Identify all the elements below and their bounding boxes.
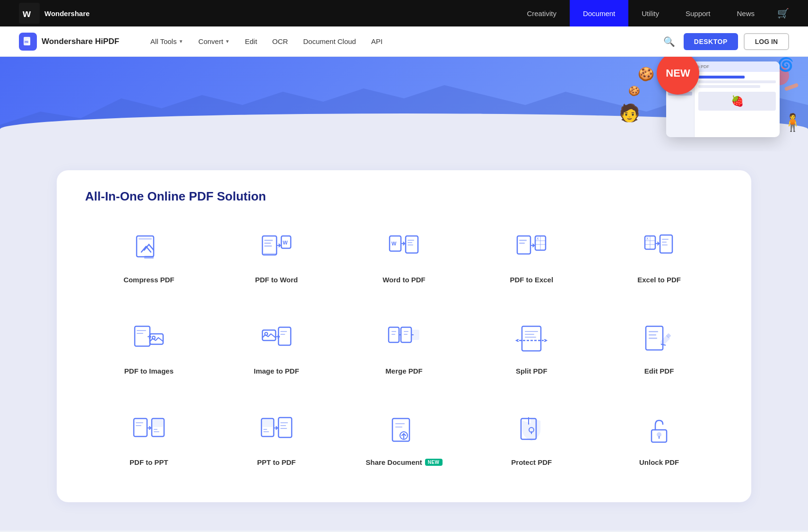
protect-pdf-icon <box>513 413 550 451</box>
tool-item-merge-pdf[interactable]: Merge PDF <box>340 314 468 383</box>
cookie-icon: 🍪 <box>638 66 654 82</box>
top-nav-items: Creativity Document Utility Support News <box>513 0 768 26</box>
svg-rect-35 <box>662 239 669 240</box>
tool-label-edit-pdf: Edit PDF <box>644 367 674 375</box>
tool-item-pdf-to-excel[interactable]: X PDF to Excel <box>468 223 595 291</box>
svg-rect-78 <box>280 425 286 426</box>
svg-rect-40 <box>137 333 143 334</box>
app-main-area: 🍓 <box>695 72 780 137</box>
decorative-shape-1 <box>784 83 799 91</box>
tool-label-merge-pdf: Merge PDF <box>385 367 422 375</box>
hipdf-logo-icon: Hi <box>19 33 37 51</box>
top-nav-document[interactable]: Document <box>570 0 628 26</box>
svg-rect-77 <box>280 422 288 423</box>
compress-icon <box>130 230 168 268</box>
svg-rect-69 <box>153 419 163 427</box>
svg-rect-81 <box>395 423 405 424</box>
tool-item-image-to-pdf[interactable]: Image to PDF <box>213 314 340 383</box>
svg-rect-46 <box>280 331 287 332</box>
sec-nav-actions: 🔍 DESKTOP LOG IN <box>660 33 789 50</box>
tool-item-excel-to-pdf[interactable]: X Excel to PDF <box>595 223 723 291</box>
svg-text:W: W <box>283 240 288 245</box>
main-content-area: All-In-One Online PDF Solution Compress … <box>0 151 808 531</box>
svg-rect-38 <box>135 326 150 346</box>
tool-item-compress[interactable]: Compress PDF <box>85 223 213 291</box>
svg-text:X: X <box>646 237 649 240</box>
hipdf-brand[interactable]: Hi Wondershare HiPDF <box>19 33 119 51</box>
svg-rect-63 <box>649 338 657 339</box>
tool-label-pdf-to-images: PDF to Images <box>124 367 174 375</box>
svg-rect-52 <box>404 331 408 332</box>
svg-rect-55 <box>522 326 541 351</box>
merge-pdf-icon <box>385 322 423 359</box>
nav-ocr[interactable]: OCR <box>266 34 295 49</box>
tool-item-pdf-to-images[interactable]: PDF to Images <box>85 314 213 383</box>
app-main-bar-2 <box>698 80 776 83</box>
top-navigation: w Wondershare Creativity Document Utilit… <box>0 0 808 26</box>
tool-item-edit-pdf[interactable]: Edit PDF <box>595 314 723 383</box>
tools-card: All-In-One Online PDF Solution Compress … <box>57 170 751 502</box>
cart-icon[interactable]: 🛒 <box>777 8 789 19</box>
svg-rect-57 <box>525 334 534 335</box>
brand-logo[interactable]: w Wondershare <box>19 3 90 24</box>
ppt-to-pdf-icon <box>258 413 295 451</box>
svg-text:w: w <box>22 8 31 19</box>
svg-rect-62 <box>649 334 656 336</box>
search-icon[interactable]: 🔍 <box>660 33 678 50</box>
svg-rect-22 <box>519 240 527 241</box>
nav-edit[interactable]: Edit <box>238 34 264 49</box>
nav-all-tools[interactable]: All Tools ▼ <box>144 34 190 49</box>
split-pdf-icon <box>513 322 550 359</box>
tool-item-unlock-pdf[interactable]: Unlock PDF <box>595 405 723 474</box>
all-tools-chevron-icon: ▼ <box>179 39 183 44</box>
svg-rect-14 <box>263 253 277 254</box>
top-nav-news[interactable]: News <box>723 0 768 26</box>
share-doc-icon <box>385 413 423 451</box>
tool-item-share-doc[interactable]: Share DocumentNEW <box>340 405 468 474</box>
pdf-to-excel-icon: X <box>513 230 550 268</box>
pdf-to-images-icon <box>130 322 168 359</box>
tools-grid: Compress PDF W PDF to Word W Word to PDF <box>85 223 723 474</box>
section-title: All-In-One Online PDF Solution <box>85 189 723 204</box>
tool-label-protect-pdf: Protect PDF <box>511 458 552 466</box>
top-nav-support[interactable]: Support <box>672 0 724 26</box>
hipdf-brand-name: Wondershare HiPDF <box>42 37 119 46</box>
tool-label-image-to-pdf: Image to PDF <box>254 367 299 375</box>
tool-item-protect-pdf[interactable]: Protect PDF <box>468 405 595 474</box>
svg-rect-18 <box>408 240 414 241</box>
svg-text:W: W <box>391 241 397 246</box>
nav-api[interactable]: API <box>365 34 389 49</box>
tool-item-word-to-pdf[interactable]: W Word to PDF <box>340 223 468 291</box>
svg-rect-70 <box>154 429 157 430</box>
character-right: 🧍 <box>782 113 803 132</box>
nav-convert[interactable]: Convert ▼ <box>192 34 236 49</box>
app-preview-area: 🍓 <box>698 92 776 111</box>
pdf-to-word-icon: W <box>258 230 295 268</box>
nav-document-cloud[interactable]: Document Cloud <box>296 34 363 49</box>
svg-rect-50 <box>391 334 395 335</box>
tool-label-pdf-to-ppt: PDF to PPT <box>130 458 168 466</box>
desktop-button[interactable]: DESKTOP <box>684 33 738 50</box>
svg-rect-74 <box>263 429 267 430</box>
svg-rect-10 <box>264 243 271 244</box>
tool-item-split-pdf[interactable]: Split PDF <box>468 314 595 383</box>
svg-rect-39 <box>137 330 146 331</box>
unlock-pdf-icon <box>640 413 678 451</box>
svg-rect-9 <box>264 240 273 241</box>
top-nav-utility[interactable]: Utility <box>628 0 672 26</box>
svg-rect-58 <box>525 337 536 338</box>
top-nav-creativity[interactable]: Creativity <box>513 0 570 26</box>
svg-rect-21 <box>517 236 530 254</box>
login-button[interactable]: LOG IN <box>744 33 789 50</box>
tool-label-pdf-to-word: PDF to Word <box>255 276 298 284</box>
svg-rect-34 <box>660 235 672 253</box>
image-to-pdf-icon <box>258 322 295 359</box>
tool-item-ppt-to-pdf[interactable]: PPT to PDF <box>213 405 340 474</box>
tool-item-pdf-to-word[interactable]: W PDF to Word <box>213 223 340 291</box>
svg-point-88 <box>657 433 661 436</box>
tool-item-pdf-to-ppt[interactable]: PDF to PPT <box>85 405 213 474</box>
svg-rect-19 <box>408 242 412 243</box>
tool-label-pdf-to-excel: PDF to Excel <box>510 276 553 284</box>
brand-name: Wondershare <box>44 9 90 17</box>
svg-rect-37 <box>662 244 668 245</box>
